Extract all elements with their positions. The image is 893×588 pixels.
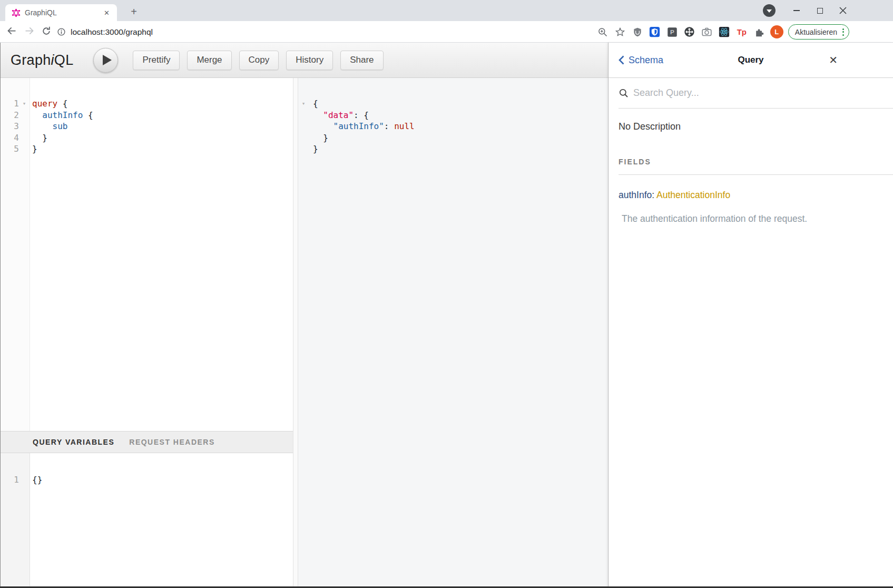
close-window-button[interactable] [838, 5, 848, 16]
profile-avatar[interactable]: L [770, 25, 783, 38]
doc-back-label: Schema [629, 55, 663, 66]
query-editor[interactable]: 1▾ 2 3 4 5 query { authInfo { sub } } [0, 78, 293, 431]
bookmark-star-icon[interactable] [614, 26, 626, 38]
line-number-gutter: 1▾ 2 3 4 5 [0, 78, 30, 431]
back-icon[interactable] [6, 25, 17, 38]
tp-extension-icon[interactable]: Tp [735, 26, 748, 38]
tab-search-icon[interactable] [763, 4, 776, 17]
reload-icon[interactable] [41, 26, 52, 38]
update-browser-button[interactable]: Aktualisieren [788, 24, 849, 40]
code-line: } [32, 143, 293, 155]
camera-extension-icon[interactable] [701, 26, 713, 38]
code-line: authInfo { [32, 110, 293, 121]
code-token [313, 110, 323, 120]
code-token: } [313, 133, 328, 143]
code-token: : [384, 121, 394, 131]
extensions-puzzle-icon[interactable] [753, 26, 766, 38]
fold-caret-icon[interactable]: ▾ [19, 98, 30, 110]
code-token: } [32, 133, 47, 143]
search-icon [619, 88, 629, 98]
maximize-button[interactable] [815, 5, 825, 16]
browser-window: GraphiQL ✕ + [0, 0, 893, 588]
variables-editor[interactable]: 1 {} [0, 453, 293, 588]
code-token: : { [354, 110, 369, 120]
tab-query-variables[interactable]: QUERY VARIABLES [33, 438, 114, 446]
p-extension-icon[interactable]: P [666, 26, 679, 38]
chevron-left-icon [618, 55, 625, 65]
graphiql-toolbar: GraphiQL Prettify Merge Copy History Sha… [0, 43, 608, 78]
line-number: 2 [0, 110, 19, 121]
code-token: { [57, 99, 67, 109]
forward-icon[interactable] [24, 25, 35, 38]
result-viewer: ▾ { "data": { "authInfo": null } } [298, 78, 608, 588]
update-button-label: Aktualisieren [795, 28, 837, 36]
prettify-button[interactable]: Prettify [133, 51, 180, 70]
code-token: authInfo [32, 110, 83, 120]
doc-explorer-header: Schema Query ✕ [609, 43, 893, 78]
code-line: sub [32, 121, 293, 132]
fold-caret-icon[interactable]: ▾ [298, 98, 309, 110]
ublock-extension-icon[interactable] [631, 26, 644, 38]
bitwarden-extension-icon[interactable] [649, 26, 661, 38]
fields-heading: FIELDS [619, 158, 893, 175]
move-extension-icon[interactable] [683, 26, 696, 38]
line-number: 1 [0, 98, 19, 110]
secondary-editor-tabs: QUERY VARIABLES REQUEST HEADERS [0, 431, 293, 453]
query-code[interactable]: query { authInfo { sub } } [30, 78, 293, 431]
react-devtools-extension-icon[interactable] [718, 26, 731, 38]
code-token: } [313, 144, 318, 154]
field-type-link[interactable]: AuthenticationInfo [656, 190, 730, 200]
code-line: } [313, 143, 608, 155]
code-line: { [313, 98, 608, 110]
tab-title: GraphiQL [25, 8, 102, 17]
url-text[interactable]: localhost:3000/graphql [71, 27, 153, 37]
code-token: null [394, 121, 415, 131]
line-number: 3 [0, 121, 19, 132]
share-button[interactable]: Share [340, 51, 383, 70]
doc-search-row [619, 78, 893, 109]
browser-tab[interactable]: GraphiQL ✕ [5, 4, 117, 21]
chrome-menu-icon[interactable] [842, 28, 844, 36]
result-code: { "data": { "authInfo": null } } [310, 78, 608, 588]
minimize-button[interactable] [791, 5, 802, 16]
page-info-icon[interactable] [57, 27, 66, 36]
editor-result-divider[interactable] [293, 78, 298, 588]
code-token: {} [32, 475, 42, 485]
doc-body: No Description FIELDS authInfo: Authenti… [609, 109, 893, 224]
history-button[interactable]: History [286, 51, 333, 70]
code-line: "data": { [313, 110, 608, 121]
tab-strip: GraphiQL ✕ + [0, 0, 893, 21]
result-fold-gutter: ▾ [298, 78, 310, 588]
field-description: The authentication information of the re… [619, 213, 893, 224]
code-line: } [313, 132, 608, 144]
code-line: "authInfo": null [313, 121, 608, 132]
line-number-gutter: 1 [0, 453, 30, 588]
url-field[interactable]: localhost:3000/graphql [57, 21, 153, 43]
line-number: 1 [0, 474, 19, 486]
doc-field-row: authInfo: AuthenticationInfo [619, 190, 893, 201]
line-number: 5 [0, 143, 19, 155]
tab-request-headers[interactable]: REQUEST HEADERS [129, 438, 215, 446]
svg-text:P: P [670, 28, 674, 35]
merge-button[interactable]: Merge [187, 51, 231, 70]
copy-button[interactable]: Copy [239, 51, 279, 70]
doc-close-icon[interactable]: ✕ [829, 54, 838, 66]
address-bar: localhost:3000/graphql P [0, 21, 893, 43]
doc-search-input[interactable] [633, 87, 893, 99]
play-icon [103, 55, 112, 65]
doc-back-link[interactable]: Schema [618, 55, 663, 66]
tab-close-icon[interactable]: ✕ [102, 8, 112, 18]
line-number: 4 [0, 132, 19, 144]
execute-query-button[interactable] [93, 48, 118, 73]
code-token: { [313, 99, 318, 109]
zoom-icon[interactable] [596, 26, 609, 38]
variables-code[interactable]: {} [30, 453, 293, 588]
new-tab-button[interactable]: + [126, 4, 141, 19]
field-name-link[interactable]: authInfo [619, 190, 652, 200]
graphql-favicon-icon [12, 8, 21, 17]
code-token: query [32, 99, 57, 109]
type-description: No Description [619, 121, 893, 132]
code-token: } [32, 144, 37, 154]
code-line: } [32, 132, 293, 144]
field-separator: : [652, 190, 654, 200]
